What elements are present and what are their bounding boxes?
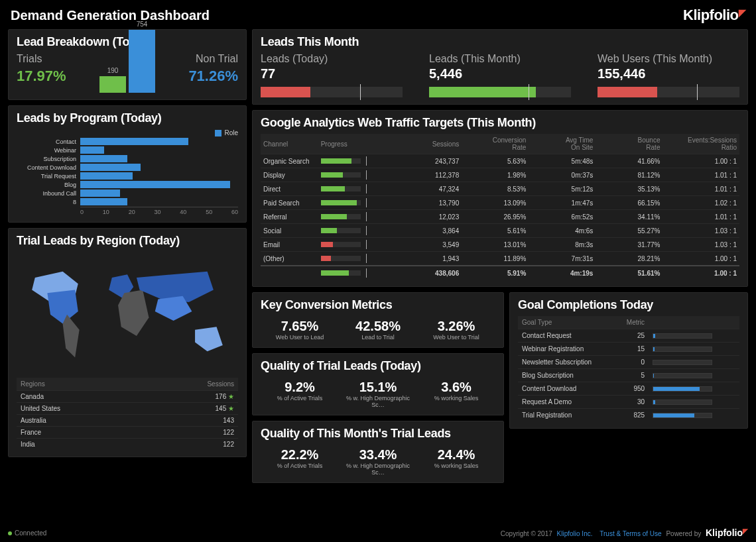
kpi-label: Leads (This Month)	[429, 53, 571, 65]
page-title: Demand Generation Dashboard	[11, 8, 210, 23]
star-icon: ★	[228, 405, 234, 412]
ga-table: ChannelProgressSessionsConversionRateAvg…	[261, 134, 739, 280]
table-row: Display 112,3781.98%0m:37s81.12%1.01 : 1	[261, 168, 739, 182]
goal-bar	[653, 400, 712, 405]
card-title: Google Analytics Web Traffic Targets (Th…	[261, 116, 739, 130]
col-header: Progress	[318, 134, 395, 154]
goal-bar	[653, 333, 712, 339]
legend: Role	[17, 129, 238, 136]
program-label: 8	[17, 198, 76, 207]
progress-bar	[261, 87, 403, 97]
metric: 15.1%% w. High Demographic Sc…	[339, 380, 417, 408]
program-bar	[80, 198, 127, 205]
card-title: Leads This Month	[261, 35, 739, 49]
kpi-value: 5,446	[429, 66, 571, 81]
trials-label: Trials	[17, 53, 66, 65]
table-row: Australia143	[17, 415, 238, 427]
program-label: Trial Request	[17, 172, 76, 181]
goal-bar	[653, 347, 712, 352]
axis: 0102030405060	[80, 207, 238, 215]
card-title: Key Conversion Metrics	[261, 298, 495, 312]
card-lead-breakdown: Lead Breakdown (Today) Trials 17.97% 190…	[8, 29, 247, 100]
col-header: Events:SessionsRatio	[662, 134, 739, 154]
footer-link-terms[interactable]: Trust & Terms of Use	[599, 530, 661, 537]
card-title: Leads by Program (Today)	[17, 111, 238, 125]
table-row: Content Download950	[518, 382, 739, 396]
metric: 9.2%% of Active Trials	[261, 380, 339, 408]
card-quality-today: Quality of Trial Leads (Today) 9.2%% of …	[252, 353, 504, 415]
footer: Connected Copyright © 2017 Klipfolio Inc…	[0, 523, 756, 542]
metric: 33.4%% w. High Demographic Sc…	[339, 447, 417, 476]
progress-bar	[598, 87, 739, 97]
program-label: Webinar	[17, 146, 76, 155]
program-bar	[80, 155, 127, 162]
nontrial-pct: 71.26%	[188, 68, 238, 85]
goal-bar	[653, 360, 712, 365]
program-bar	[80, 138, 188, 145]
table-row: Social 3,8645.61%4m:6s55.27%1.03 : 1	[261, 224, 739, 238]
table-row: United States145 ★	[17, 403, 238, 415]
kpi-value: 155,446	[598, 66, 739, 81]
card-ga-targets: Google Analytics Web Traffic Targets (Th…	[252, 110, 748, 287]
metric: 7.65%Web User to Lead	[261, 319, 339, 341]
col-header: BounceRate	[596, 134, 662, 154]
metric: 24.4%% working Sales	[417, 447, 495, 476]
table-row: Canada176 ★	[17, 391, 238, 403]
goal-bar	[653, 373, 712, 378]
card-leads-this-month: Leads This Month Leads (Today) 77 Leads …	[252, 29, 748, 105]
program-bar	[80, 146, 104, 154]
region-table: Regions Sessions Canada176 ★United State…	[17, 378, 238, 450]
metric: 22.2%% of Active Trials	[261, 447, 339, 476]
metric: 42.58%Lead to Trial	[339, 319, 417, 341]
program-label: Subscription	[17, 155, 76, 164]
program-bar	[80, 181, 230, 188]
footer-logo: Klipfolio◤	[706, 527, 748, 538]
trials-pct: 17.97%	[17, 68, 66, 85]
connection-status: Connected	[8, 529, 46, 537]
table-row: Blog Subscription5	[518, 369, 739, 382]
col-header: Avg TimeOn Site	[529, 134, 596, 154]
brand-logo: Klipfolio◤	[683, 7, 745, 24]
table-row: Request A Demo30	[518, 396, 739, 409]
col-header: Channel	[261, 134, 318, 154]
kpi-label: Web Users (This Month)	[598, 53, 739, 65]
table-row: Email 3,54913.01%8m:3s31.77%1.03 : 1	[261, 238, 739, 252]
kpi: Leads (Today) 77	[261, 53, 403, 97]
table-row: Webinar Registration15	[518, 343, 739, 356]
metric: 3.6%% working Sales	[417, 380, 495, 408]
kpi-value: 77	[261, 66, 403, 81]
kpi-label: Leads (Today)	[261, 53, 403, 65]
table-row: Trial Registration825	[518, 409, 739, 422]
card-title: Quality of Trial Leads (Today)	[261, 359, 495, 373]
metric: 3.26%Web User to Trial	[417, 319, 495, 341]
kpi: Web Users (This Month) 155,446	[598, 53, 739, 97]
table-row: Direct 47,3248.53%5m:12s35.13%1.01 : 1	[261, 182, 739, 196]
progress-bar	[429, 87, 571, 97]
table-row: Referral 12,02326.95%6m:52s34.11%1.01 : …	[261, 210, 739, 224]
card-quality-month: Quality of This Month's Trial Leads 22.2…	[252, 421, 504, 483]
card-goal-completions: Goal Completions Today Goal Type Metric …	[509, 292, 748, 429]
goal-bar	[653, 386, 712, 392]
table-row: Paid Search 13,79013.09%1m:47s66.15%1.02…	[261, 196, 739, 210]
table-row: Contact Request25	[518, 329, 739, 343]
goal-bar	[653, 413, 712, 418]
kpi: Leads (This Month) 5,446	[429, 53, 571, 97]
program-label: Content Download	[17, 164, 76, 172]
col-header: Sessions	[395, 134, 462, 154]
world-map	[17, 252, 238, 371]
table-row: Organic Search 243,7375.63%5m:48s41.66%1…	[261, 154, 739, 168]
card-title: Goal Completions Today	[518, 298, 739, 312]
nontrial-label: Non Trial	[188, 53, 238, 65]
table-row: India122	[17, 439, 238, 451]
footer-link-company[interactable]: Klipfolio Inc.	[557, 530, 593, 537]
table-row: (Other) 1,94311.89%7m:31s28.21%1.00 : 1	[261, 252, 739, 266]
program-bar	[80, 164, 141, 171]
program-bar	[80, 190, 120, 197]
table-row: France122	[17, 427, 238, 439]
card-title: Quality of This Month's Trial Leads	[261, 427, 495, 441]
star-icon: ★	[228, 393, 234, 400]
program-label: Contact	[17, 138, 76, 146]
program-bar	[80, 172, 133, 180]
card-title: Trial Leads by Region (Today)	[17, 234, 238, 248]
table-row: Newsletter Subscription0	[518, 356, 739, 369]
